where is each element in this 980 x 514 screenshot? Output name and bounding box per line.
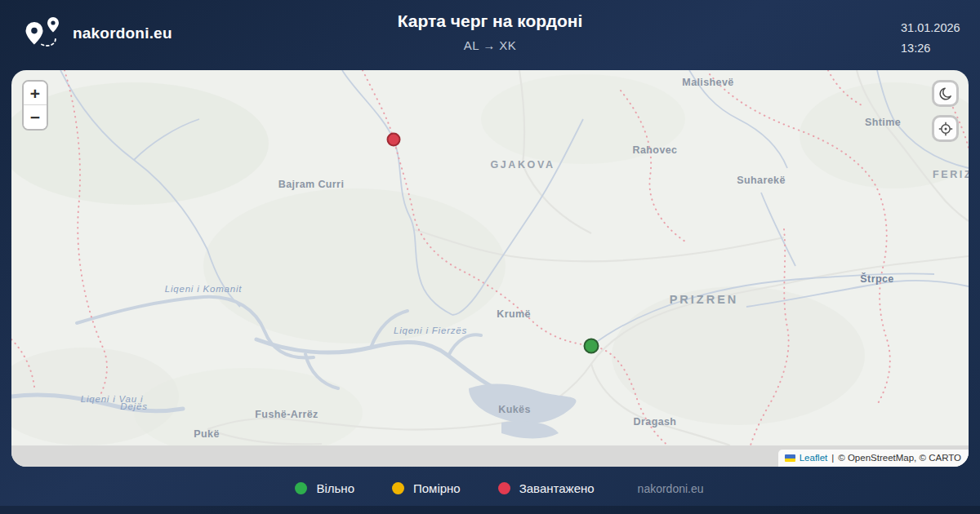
dark-mode-button[interactable] <box>932 80 959 107</box>
moon-icon <box>938 86 954 102</box>
zoom-in-button[interactable]: + <box>24 82 47 105</box>
legend-label-moderate: Помірно <box>413 481 461 495</box>
page: { "header": { "brand": "nakordoni.eu", "… <box>0 0 980 514</box>
map-container[interactable]: Malishevë Shtime Rahovec GJAKOVA Suharek… <box>11 70 969 467</box>
footer: Вільно Помірно Завантажено nakordoni.eu <box>0 467 980 514</box>
locate-button[interactable] <box>932 115 959 142</box>
zoom-control: + − <box>22 80 48 131</box>
header: nakordoni.eu Карта черг на кордоні AL → … <box>0 0 980 70</box>
direction-subtitle: AL → XK <box>0 38 980 52</box>
marker-busy[interactable] <box>387 133 401 147</box>
title-block: Карта черг на кордоні AL → XK <box>0 11 980 52</box>
busy-status-dot <box>498 482 510 494</box>
legend: Вільно Помірно Завантажено nakordoni.eu <box>0 481 980 495</box>
crosshair-icon <box>938 121 954 137</box>
page-title: Карта черг на кордоні <box>0 11 980 31</box>
ukraine-flag-icon <box>785 454 795 462</box>
legend-item-busy: Завантажено <box>498 481 595 495</box>
attribution-copyright: © OpenStreetMap, © CARTO <box>838 453 961 463</box>
legend-item-moderate: Помірно <box>392 481 461 495</box>
moderate-status-dot <box>392 482 404 494</box>
legend-label-busy: Завантажено <box>519 481 595 495</box>
footer-brand: nakordoni.eu <box>638 482 704 495</box>
time-text: 13:26 <box>901 38 960 59</box>
marker-free[interactable] <box>584 339 599 354</box>
legend-label-free: Вільно <box>316 481 354 495</box>
leaflet-link[interactable]: Leaflet <box>800 453 828 463</box>
datetime: 31.01.2026 13:26 <box>901 18 960 59</box>
bottom-bar <box>0 506 980 514</box>
free-status-dot <box>295 482 307 494</box>
map-tiles <box>11 70 969 467</box>
attribution-separator: | <box>831 453 834 463</box>
legend-item-free: Вільно <box>295 481 354 495</box>
map-attribution: Leaflet | © OpenStreetMap, © CARTO <box>778 450 969 467</box>
date-text: 31.01.2026 <box>901 18 960 38</box>
zoom-out-button[interactable]: − <box>24 105 47 129</box>
